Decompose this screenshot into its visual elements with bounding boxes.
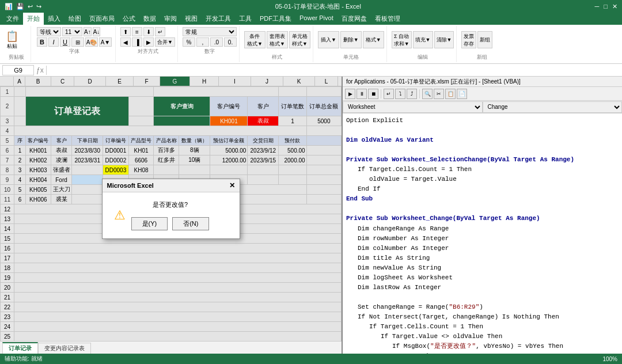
font-name-select[interactable]: 等线 <box>37 27 61 36</box>
vba-btn-6[interactable]: ⤴ <box>407 89 417 99</box>
increase-font-btn[interactable]: A↑ <box>84 27 92 36</box>
save-store-btn[interactable]: 发票存存 <box>461 31 476 48</box>
tab-draw[interactable]: 绘图 <box>65 13 85 25</box>
redo-icon[interactable]: ↪ <box>36 3 41 10</box>
formula-input[interactable] <box>49 67 620 74</box>
vba-btn-10[interactable]: 📄 <box>457 89 467 99</box>
increase-decimal-btn[interactable]: .0 <box>210 37 223 47</box>
code-line-17: Dim logSheet As Worksheet <box>346 273 619 283</box>
sheet-tab-orders[interactable]: 订单记录 <box>2 342 38 354</box>
font-size-select[interactable]: 11 <box>62 27 82 36</box>
underline-btn[interactable]: U <box>60 37 70 47</box>
vba-btn-7[interactable]: 🔍 <box>422 89 433 99</box>
code-line-19 <box>346 293 619 302</box>
tab-tools[interactable]: 工具 <box>235 13 256 25</box>
comma-btn[interactable]: , <box>196 37 209 47</box>
insert-cell-btn[interactable]: 插入▼ <box>318 31 339 48</box>
vba-module-dropdown[interactable]: Worksheet <box>343 101 483 113</box>
code-line-13: Dim rowNumber As Integer <box>346 234 619 244</box>
window-title: 05-01-订单登记表-地图 - Excel <box>275 2 361 11</box>
align-top-btn[interactable]: ⬆ <box>120 27 131 36</box>
save-group: 发票存存 新组 新组 <box>459 26 505 62</box>
align-center-btn[interactable]: ▐ <box>132 37 142 47</box>
alignment-group: ⬆ ≡ ⬇ ↵ ◀ ▐ ▶ 合并▼ 对齐方式 <box>118 26 178 62</box>
dialog-title-text: Microsoft Excel <box>107 182 154 189</box>
cells-label: 单元格 <box>318 54 384 61</box>
code-line-16: Dim newValue As String <box>346 263 619 273</box>
tab-developer[interactable]: 开发工具 <box>202 13 235 25</box>
save-icon[interactable]: 💾 <box>16 3 24 10</box>
status-bar: 辅助功能: 就绪 100% <box>0 354 622 364</box>
code-line-10 <box>346 204 619 214</box>
align-bottom-btn[interactable]: ⬇ <box>143 27 154 36</box>
tab-data[interactable]: 数据 <box>139 13 160 25</box>
new-group-btn[interactable]: 新组 <box>477 31 492 48</box>
vba-code-area[interactable]: Option Explicit Dim oldValue As Variant … <box>343 113 622 354</box>
align-left-btn[interactable]: ◀ <box>120 37 131 47</box>
code-line-14: Dim colNumber As Integer <box>346 244 619 253</box>
tab-file[interactable]: 文件 <box>2 13 23 25</box>
table-format-btn[interactable]: 套用表格式▼ <box>267 31 288 48</box>
minimize-btn[interactable]: ─ <box>595 3 600 10</box>
dialog-overlay: Microsoft Excel ✕ ⚠ 是否更改值? 是(Y) 否(N) <box>0 77 342 341</box>
tab-power-pivot[interactable]: Power Pivot <box>295 13 337 25</box>
tab-baidu[interactable]: 百度网盘 <box>337 13 371 25</box>
formula-divider <box>46 66 47 75</box>
tab-pdf[interactable]: PDF工具集 <box>256 13 295 25</box>
vba-btn-2[interactable]: ⏸ <box>356 89 367 99</box>
undo-icon[interactable]: ↩ <box>28 3 33 10</box>
vba-editor-pane: for Applications - 05-01-订单登记表.xlsm [正在运… <box>343 77 622 354</box>
vba-btn-3[interactable]: ⏹ <box>368 89 378 99</box>
dialog-no-btn[interactable]: 否(N) <box>172 217 209 230</box>
code-line-20: Set changeRange = Range("B6:R29") <box>346 302 619 312</box>
sheet-tab-changes[interactable]: 变更内容记录表 <box>38 343 91 354</box>
maximize-btn[interactable]: □ <box>604 3 608 10</box>
decrease-font-btn[interactable]: A↓ <box>93 27 101 36</box>
code-line-22: If Target.Cells.Count = 1 Then <box>346 322 619 332</box>
tab-home[interactable]: 开始 <box>23 13 44 25</box>
conditional-format-btn[interactable]: 条件格式▼ <box>244 31 266 48</box>
decrease-decimal-btn[interactable]: 0. <box>224 37 237 47</box>
tab-kanban[interactable]: 看板管理 <box>371 13 404 25</box>
delete-cell-btn[interactable]: 删除▼ <box>340 31 362 48</box>
dialog-close-btn[interactable]: ✕ <box>229 181 235 189</box>
wrap-text-btn[interactable]: ↵ <box>155 27 165 36</box>
tab-page-layout[interactable]: 页面布局 <box>85 13 119 25</box>
clear-btn[interactable]: 清除▼ <box>434 31 454 48</box>
code-line-18: Dim lastRow As Integer <box>346 283 619 293</box>
align-right-btn[interactable]: ▶ <box>143 37 154 47</box>
name-box[interactable] <box>2 65 34 75</box>
align-middle-btn[interactable]: ≡ <box>132 27 142 36</box>
italic-btn[interactable]: I <box>48 37 59 47</box>
dialog-box: Microsoft Excel ✕ ⚠ 是否更改值? 是(Y) 否(N) <box>102 179 240 239</box>
bold-btn[interactable]: B <box>37 37 47 47</box>
format-cell-btn[interactable]: 格式▼ <box>363 31 384 48</box>
merge-btn[interactable]: 合并▼ <box>155 37 175 47</box>
percent-btn[interactable]: % <box>183 37 195 47</box>
tab-review[interactable]: 审阅 <box>160 13 181 25</box>
vba-btn-5[interactable]: ⤵ <box>395 89 405 99</box>
dialog-content: ⚠ 是否更改值? 是(Y) 否(N) <box>103 192 240 238</box>
auto-sum-btn[interactable]: Σ 自动求和▼ <box>392 31 412 48</box>
excel-icon: 📊 <box>5 3 13 10</box>
paste-btn[interactable]: 📋 粘贴 <box>5 29 20 51</box>
vba-proc-dropdown[interactable]: Change <box>483 101 623 113</box>
fill-color-btn[interactable]: A🎨 <box>85 37 98 47</box>
dialog-body: 是否更改值? 是(Y) 否(N) <box>131 200 210 230</box>
dialog-yes-btn[interactable]: 是(Y) <box>131 217 168 230</box>
number-format-select[interactable]: 常规 <box>183 27 237 36</box>
vba-btn-1[interactable]: ▶ <box>345 89 355 99</box>
vba-btn-8[interactable]: ✂ <box>434 89 444 99</box>
tab-formula[interactable]: 公式 <box>119 13 139 25</box>
tab-view[interactable]: 视图 <box>181 13 202 25</box>
vba-btn-4[interactable]: ↵ <box>384 89 394 99</box>
styles-group: 条件格式▼ 套用表格式▼ 单元格样式▼ 样式 <box>242 26 313 62</box>
border-btn[interactable]: ⊞ <box>71 37 84 47</box>
font-color-btn[interactable]: A▼ <box>99 37 112 47</box>
cell-style-btn[interactable]: 单元格样式▼ <box>289 31 310 48</box>
vba-btn-9[interactable]: 📋 <box>445 89 456 99</box>
tab-insert[interactable]: 插入 <box>44 13 65 25</box>
dialog-warning-icon: ⚠ <box>114 208 126 223</box>
fill-btn[interactable]: 填充▼ <box>413 31 433 48</box>
close-btn[interactable]: ✕ <box>612 3 617 10</box>
